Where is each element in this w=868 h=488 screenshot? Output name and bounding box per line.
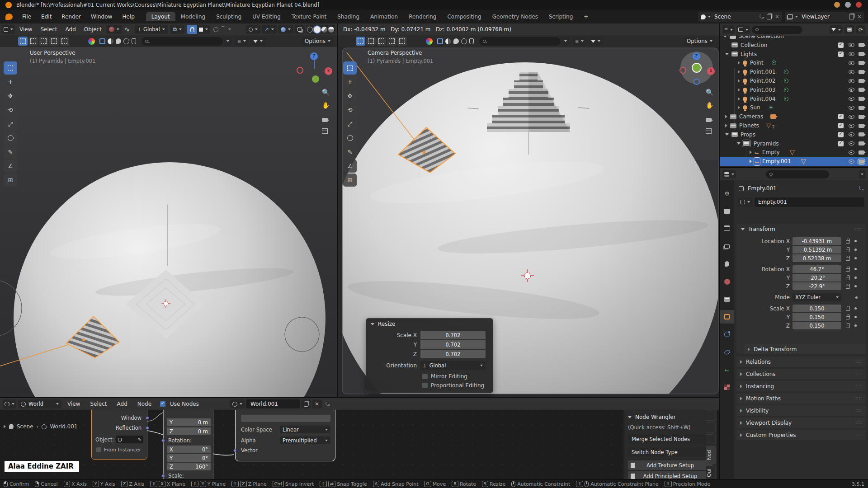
pin-icon[interactable]: ⤿ [859,185,863,192]
world-datablock-name[interactable]: World.001 [246,399,300,408]
eyedropper-icon[interactable]: ✎ [138,437,142,442]
node-image-texture[interactable]: Color Space Linear Alpha Premultiplied V… [235,410,335,461]
color-space-dropdown[interactable]: Linear [280,426,330,433]
menu-edit[interactable]: Edit [36,14,57,20]
tab-collection[interactable] [720,292,734,306]
overlays-button[interactable] [278,25,293,34]
close-button[interactable] [856,2,862,8]
outliner-row-empty001[interactable]: ⌙ Empty.001 ▽ [720,157,868,166]
switch-node-type-dropdown[interactable]: Switch Node Type [628,447,712,457]
tool-select-box[interactable] [343,61,357,75]
select-mode-intersect[interactable] [60,37,69,46]
viewport-search[interactable] [142,37,223,46]
object-picker-field[interactable]: ✎ [116,436,143,443]
disable-render-icon[interactable] [859,115,864,119]
copy-viewlayer-icon[interactable] [849,14,854,19]
tool-measure[interactable]: ∠ [343,160,357,173]
options-button-right[interactable]: Options [684,37,715,46]
scale-x-field[interactable]: 0.150 [793,305,841,312]
expand-icon[interactable] [738,70,740,74]
expand-icon[interactable] [738,61,740,65]
outliner-filter-button[interactable] [830,25,843,34]
lock-icon[interactable] [846,268,850,272]
tool-move[interactable]: ✥ [4,89,17,103]
mirror-editing-checkbox[interactable] [422,374,428,379]
shading-material-icon[interactable] [321,27,327,33]
menu-add[interactable]: Add [62,26,80,33]
alpha-dropdown[interactable]: Premultiplied [280,436,330,444]
zoom-icon[interactable]: 🔍 [706,89,713,96]
tab-object-data[interactable]: ⌙ [720,363,734,376]
disable-render-icon[interactable] [859,141,864,145]
animate-dot[interactable] [854,268,857,270]
tab-world[interactable] [720,275,734,288]
gizmos-button[interactable]: ↗ [262,25,277,34]
panel-motion-paths[interactable]: Motion Paths:::: [736,393,866,404]
select-mode-intersect[interactable] [397,37,407,46]
outliner-row-scene-collection[interactable]: Scene Collection [720,36,868,41]
panel-relations[interactable]: Relations:::: [736,357,866,367]
menu-view[interactable]: View [63,401,84,407]
collection-checkbox[interactable] [838,141,844,146]
options-button-left[interactable]: Options [302,37,333,46]
shading-rendered-icon[interactable] [328,27,334,33]
disable-render-icon[interactable] [859,70,864,74]
mapping-y-field[interactable]: Y0 m [167,418,211,426]
tool-annotate[interactable]: ✎ [4,145,17,159]
shader-node-canvas[interactable]: Scene › World.001 Window Reflection Obje… [0,410,719,479]
collection-checkbox[interactable] [838,42,844,48]
tab-sculpting[interactable]: Sculpting [211,12,247,21]
tab-output[interactable] [720,222,734,235]
gizmo-display-button[interactable]: ≡ [572,37,586,46]
brush-icon[interactable] [132,38,136,44]
rotation-z-field[interactable]: -22.9° [793,282,841,290]
matcap-sphere-icon[interactable] [88,38,95,45]
animate-dot[interactable] [854,316,857,318]
expand-icon[interactable] [738,79,740,83]
location-x-field[interactable]: -0.43931 m [793,237,841,245]
hide-eye-icon[interactable] [849,106,854,110]
pin-icon[interactable]: ⤿ [760,14,764,20]
disable-render-icon[interactable] [859,150,864,155]
expand-icon[interactable] [738,88,740,92]
minimize-button[interactable] [834,2,840,8]
select-mode-extend[interactable] [28,37,38,46]
axis-z-positive[interactable]: Z [310,52,318,60]
hide-eye-icon[interactable] [849,97,854,101]
add-texture-setup-button[interactable]: Add Texture Setup [628,460,712,470]
blender-menu-icon[interactable] [5,14,13,20]
location-z-field[interactable]: 0.52138 m [793,254,841,262]
lock-icon[interactable] [846,325,850,328]
tab-shading[interactable]: Shading [332,12,365,21]
orientation-dropdown[interactable]: ⟂ Global [135,25,167,34]
node-mapping[interactable]: Y0 m Z0 m Rotation: X0° Y0° Z160° Scale:… [163,410,213,479]
outliner-row-planets[interactable]: Planets ▽2 [720,121,868,130]
tool-annotate[interactable]: ✎ [343,145,357,159]
menu-node[interactable]: Node [133,401,156,407]
animate-dot[interactable] [855,296,858,299]
tab-view-layer[interactable] [720,239,734,253]
collapse-icon[interactable] [741,228,745,230]
collection-checkbox[interactable] [838,52,844,57]
panel-instancing[interactable]: Instancing:::: [736,381,866,391]
properties-options-button[interactable] [859,170,865,178]
sidebar-tab-stub[interactable] [706,422,716,432]
hide-eye-icon[interactable] [849,79,854,83]
rotation-mode-dropdown[interactable]: XYZ Euler [793,293,841,301]
menu-help[interactable]: Help [117,14,139,20]
navigation-gizmo[interactable]: Z X [679,51,714,85]
axis-z-positive[interactable]: Z [693,52,700,60]
matcap-sphere-icon[interactable] [426,38,433,45]
close-viewlayer-icon[interactable]: ✕ [857,14,862,20]
panel-visibility[interactable]: Visibility:::: [736,405,866,416]
hide-eye-icon[interactable] [849,160,854,164]
sidebar-tab-quick[interactable]: Qui [706,466,716,479]
tab-rendering[interactable]: Rendering [403,12,442,21]
tool-add-cube[interactable]: ⊞ [4,174,17,187]
select-mode-invert[interactable] [49,37,59,46]
new-collection-button[interactable] [844,25,854,34]
close-scene-icon[interactable]: ✕ [775,14,779,20]
disable-render-icon[interactable] [859,52,864,56]
lock-icon[interactable] [846,258,850,261]
filter-button[interactable] [588,37,603,46]
